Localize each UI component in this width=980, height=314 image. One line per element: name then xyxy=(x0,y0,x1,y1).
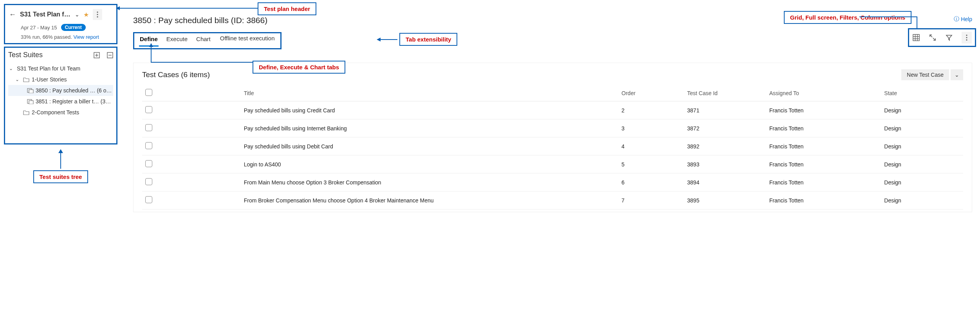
svg-point-19 xyxy=(966,34,967,36)
cell-title: Pay scheduled bills using Internet Banki… xyxy=(241,119,619,137)
cell-order: 7 xyxy=(618,191,684,209)
tab-offline[interactable]: Offline test execution xyxy=(219,34,276,45)
cell-tcid: 3893 xyxy=(684,155,766,173)
svg-line-17 xyxy=(930,35,932,37)
cases-heading: Test Cases (6 items) xyxy=(142,70,210,79)
test-plan-header: ← S31 Test Plan for … ⌄ ★ Apr 27 - May 1… xyxy=(4,4,117,44)
tab-chart[interactable]: Chart xyxy=(195,35,211,47)
plan-dates: Apr 27 - May 15 xyxy=(21,25,57,31)
cell-order: 4 xyxy=(618,137,684,155)
tab-define[interactable]: Define xyxy=(139,35,159,47)
cell-tcid: 3871 xyxy=(684,101,766,119)
row-checkbox[interactable] xyxy=(145,142,152,149)
suites-heading: Test Suites xyxy=(8,51,43,59)
back-arrow-icon[interactable]: ← xyxy=(9,11,16,19)
tab-execute[interactable]: Execute xyxy=(166,35,188,47)
svg-point-20 xyxy=(966,37,967,38)
filter-icon[interactable] xyxy=(945,34,953,42)
svg-rect-12 xyxy=(913,34,919,41)
row-checkbox[interactable] xyxy=(145,178,152,185)
col-header-assigned[interactable]: Assigned To xyxy=(766,85,881,101)
help-icon: ⓘ xyxy=(954,16,959,23)
svg-point-0 xyxy=(97,11,98,13)
svg-line-18 xyxy=(933,38,935,40)
annotation-line xyxy=(917,16,917,29)
new-test-case-button[interactable]: New Test Case xyxy=(901,69,949,80)
help-link[interactable]: ⓘ Help xyxy=(954,16,972,23)
row-checkbox[interactable] xyxy=(145,124,152,131)
cell-assigned: Francis Totten xyxy=(766,137,881,155)
annotation-line xyxy=(380,39,397,40)
cell-state: Design xyxy=(881,173,963,191)
col-header-order[interactable]: Order xyxy=(618,85,684,101)
table-row[interactable]: Pay scheduled bills using Credit Card238… xyxy=(142,101,963,119)
cell-assigned: Francis Totten xyxy=(766,101,881,119)
cell-order: 2 xyxy=(618,101,684,119)
tabs-container: Define Execute Chart Offline test execut… xyxy=(133,32,282,49)
cell-title: Pay scheduled bills using Debit Card xyxy=(241,137,619,155)
chevron-down-icon: ⌄ xyxy=(15,77,21,82)
tree-folder-component-tests[interactable]: 2-Component Tests xyxy=(8,107,113,118)
plan-more-button[interactable] xyxy=(93,9,102,20)
table-row[interactable]: From Main Menu choose Option 3 Broker Co… xyxy=(142,173,963,191)
select-all-checkbox[interactable] xyxy=(145,89,152,96)
cell-assigned: Francis Totten xyxy=(766,155,881,173)
annotation-define-execute-chart: Define, Execute & Chart tabs xyxy=(253,61,345,74)
cell-state: Design xyxy=(881,191,963,209)
cell-state: Design xyxy=(881,155,963,173)
cell-state: Design xyxy=(881,119,963,137)
cell-state: Design xyxy=(881,101,963,119)
test-cases-panel: Test Cases (6 items) New Test Case ⌄ Tit… xyxy=(133,63,972,212)
svg-rect-11 xyxy=(29,101,33,104)
view-report-link[interactable]: View report xyxy=(73,34,99,40)
svg-point-21 xyxy=(966,39,967,40)
row-checkbox[interactable] xyxy=(145,196,152,203)
cell-title: Pay scheduled bills using Credit Card xyxy=(241,101,619,119)
tree-root[interactable]: ⌄ S31 Test Plan for UI Team xyxy=(8,63,113,74)
folder-icon xyxy=(23,77,29,82)
collapse-suite-icon[interactable] xyxy=(107,52,113,58)
fullscreen-icon[interactable] xyxy=(929,34,937,42)
suites-tree: ⌄ S31 Test Plan for UI Team ⌄ 1-User Sto… xyxy=(8,63,113,118)
favorite-star-icon[interactable]: ★ xyxy=(83,11,89,18)
cell-assigned: Francis Totten xyxy=(766,119,881,137)
cell-assigned: Francis Totten xyxy=(766,173,881,191)
col-header-title[interactable]: Title xyxy=(241,85,619,101)
table-row[interactable]: Login to AS40053893Francis TottenDesign xyxy=(142,155,963,173)
cell-tcid: 3872 xyxy=(684,119,766,137)
tree-suite-3850[interactable]: 3850 : Pay scheduled … (6 of… xyxy=(8,85,113,96)
annotation-line xyxy=(859,16,917,17)
table-row[interactable]: From Broker Compensation Menu choose Opt… xyxy=(142,191,963,209)
cell-title: From Broker Compensation Menu choose Opt… xyxy=(241,191,619,209)
tree-suite-3851[interactable]: 3851 : Register a biller t… (3 … xyxy=(8,96,113,107)
cell-assigned: Francis Totten xyxy=(766,191,881,209)
row-checkbox[interactable] xyxy=(145,160,152,167)
add-suite-icon[interactable] xyxy=(94,52,100,58)
annotation-toolbar: Grid, Full screen, Filters, Column optio… xyxy=(784,11,911,24)
grid-view-icon[interactable] xyxy=(912,34,920,42)
table-row[interactable]: Pay scheduled bills using Internet Banki… xyxy=(142,119,963,137)
cell-order: 6 xyxy=(618,173,684,191)
table-row[interactable]: Pay scheduled bills using Debit Card4389… xyxy=(142,137,963,155)
col-header-tcid[interactable]: Test Case Id xyxy=(684,85,766,101)
plan-chevron-down-icon[interactable]: ⌄ xyxy=(75,11,79,18)
cell-tcid: 3892 xyxy=(684,137,766,155)
cell-state: Design xyxy=(881,137,963,155)
current-badge: Current xyxy=(61,24,86,31)
plan-title: S31 Test Plan for … xyxy=(20,11,71,18)
annotation-tab-extensibility: Tab extensibility xyxy=(399,33,457,46)
svg-point-2 xyxy=(97,16,98,17)
column-options-button[interactable] xyxy=(962,32,972,43)
suite-icon xyxy=(27,99,33,104)
test-cases-table: Title Order Test Case Id Assigned To Sta… xyxy=(142,85,963,209)
col-header-state[interactable]: State xyxy=(881,85,963,101)
test-suites-panel: Test Suites ⌄ S31 Test Plan for UI Team … xyxy=(4,47,117,144)
new-test-case-dropdown[interactable]: ⌄ xyxy=(951,69,963,80)
cell-tcid: 3894 xyxy=(684,173,766,191)
annotation-line xyxy=(119,8,260,9)
svg-point-1 xyxy=(97,14,98,15)
annotation-line xyxy=(151,62,253,63)
annotation-arrow-icon xyxy=(4,149,117,153)
tree-folder-user-stories[interactable]: ⌄ 1-User Stories xyxy=(8,74,113,85)
row-checkbox[interactable] xyxy=(145,106,152,113)
